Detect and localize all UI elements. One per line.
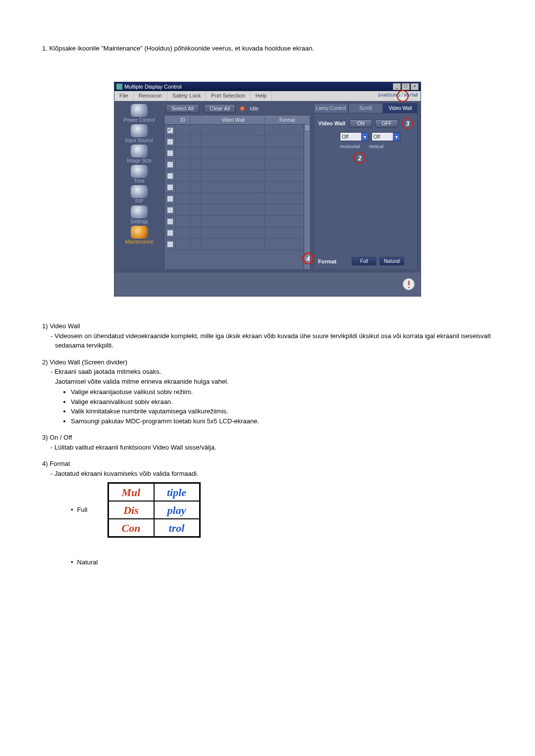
table-scrollbar[interactable] (304, 124, 310, 269)
item2-bullet2: Valige ekraanivalikust sobiv ekraan. (71, 397, 493, 407)
table-row[interactable] (164, 125, 310, 136)
item1-heading: 1) Video Wall (42, 321, 493, 331)
item2-text2: Jaotamisel võite valida mitme erineva ek… (42, 377, 493, 387)
callout-1: 1 (397, 90, 409, 102)
maintenance-icon (131, 226, 148, 239)
tab-video-wall[interactable]: Video Wall (383, 103, 418, 113)
video-wall-label: Video Wall (318, 120, 346, 126)
row-checkbox[interactable] (167, 241, 173, 248)
horizontal-label: Horizontal (340, 144, 360, 149)
menu-file[interactable]: File (114, 91, 134, 101)
col-format: Format (265, 117, 310, 123)
row-checkbox[interactable] (167, 127, 173, 134)
callout-3: 3 (402, 117, 413, 129)
item2-bullet4: Samsungi pakutav MDC-programm toetab kun… (71, 416, 493, 426)
app-window: Multiple Display Control _ □ × File Remo… (114, 82, 421, 297)
format-natural-button[interactable]: Natural (379, 257, 404, 265)
row-checkbox[interactable] (167, 161, 173, 168)
menubar: File Remocon Safety Lock Port Selection … (114, 91, 421, 101)
sidebar-item-power-control[interactable]: Power Control (117, 104, 161, 123)
callout-2: 2 (354, 152, 366, 164)
scroll-up-icon[interactable] (304, 124, 310, 131)
menu-port-selection[interactable]: Port Selection (206, 91, 250, 101)
horizontal-select[interactable]: Off▾ (340, 132, 369, 141)
col-id: ID (176, 117, 190, 123)
menu-remocon[interactable]: Remocon (134, 91, 167, 101)
row-checkbox[interactable] (167, 139, 173, 145)
clear-all-button[interactable]: Clear All (204, 104, 235, 113)
table-row[interactable] (164, 148, 310, 159)
alert-icon (403, 278, 415, 290)
chevron-down-icon: ▾ (393, 133, 400, 141)
tab-lamp-control[interactable]: Lamp Control (314, 103, 348, 113)
idle-indicator-icon (240, 106, 245, 111)
table-row[interactable] (164, 204, 310, 216)
table-row[interactable] (164, 159, 310, 170)
chevron-down-icon: ▾ (361, 133, 368, 141)
table-row[interactable] (164, 136, 310, 148)
sidebar-item-time[interactable]: Time (117, 165, 161, 184)
row-checkbox[interactable] (167, 184, 173, 191)
format-label: Format (318, 258, 349, 264)
close-button[interactable]: × (411, 83, 419, 90)
sidebar-item-image-size[interactable]: Image Size (117, 145, 161, 163)
item3-text: - Lülitab valitud ekraanil funktsiooni V… (42, 443, 493, 453)
settings-icon (131, 205, 148, 218)
video-wall-off-button[interactable]: OFF (375, 119, 398, 128)
item4-text: - Jaotatud ekraani kuvamiseks võib valid… (42, 469, 493, 479)
app-icon (116, 84, 122, 90)
video-wall-on-button[interactable]: ON (349, 119, 372, 128)
row-checkbox[interactable] (167, 196, 173, 202)
item2-bullet3: Valik kinnitatakse numbrile vajutamisega… (71, 406, 493, 416)
item3-heading: 3) On / Off (42, 433, 493, 443)
table-row[interactable] (164, 216, 310, 227)
display-table: ID Video Wall Format (164, 115, 311, 270)
explanation-section: 1) Video Wall - Videosein on ühendatud v… (42, 321, 493, 567)
table-row[interactable] (164, 182, 310, 193)
intro-text: 1. Klõpsake ikoonile "Maintenance" (Hool… (42, 45, 493, 52)
col-video-wall: Video Wall (202, 117, 265, 123)
table-row[interactable] (164, 170, 310, 182)
format-full-button[interactable]: Full (352, 257, 376, 265)
statusbar (114, 272, 421, 296)
row-checkbox[interactable] (167, 207, 173, 213)
sidebar: Power Control Input Source Image Size Ti… (114, 101, 164, 272)
sidebar-item-input-source[interactable]: Input Source (117, 124, 161, 143)
time-icon (131, 165, 148, 178)
row-checkbox[interactable] (167, 218, 173, 225)
item2-heading: 2) Video Wall (Screen divider) (42, 357, 493, 367)
sidebar-item-settings[interactable]: Settings (117, 205, 161, 224)
item2-bullet1: Valige ekraanijaotuse valikust sobiv rež… (71, 387, 493, 397)
callout-4: 4 (303, 252, 313, 264)
table-row[interactable] (164, 227, 310, 239)
sidebar-item-pip[interactable]: PIP (117, 185, 161, 204)
tab-scroll[interactable]: Scroll (348, 103, 383, 113)
format-full-diagram: Multiple Display Control (107, 482, 201, 538)
row-checkbox[interactable] (167, 230, 173, 236)
select-all-button[interactable]: Select All (166, 104, 199, 113)
titlebar: Multiple Display Control _ □ × (114, 82, 421, 91)
row-checkbox[interactable] (167, 173, 173, 179)
idle-label: Idle (250, 105, 259, 111)
pip-icon (131, 185, 148, 198)
item2-text1: - Ekraani saab jaotada mitmeks osaks. (42, 367, 493, 377)
item4-heading: 4) Format (42, 459, 493, 469)
minimize-button[interactable]: _ (393, 83, 401, 90)
menu-safety-lock[interactable]: Safety Lock (167, 91, 206, 101)
table-row[interactable] (164, 193, 310, 204)
row-checkbox[interactable] (167, 150, 173, 156)
app-title: Multiple Display Control (124, 84, 393, 90)
image-size-icon (131, 145, 148, 157)
power-icon (131, 104, 148, 117)
menu-help[interactable]: Help (251, 91, 272, 101)
sidebar-item-maintenance[interactable]: Maintenance (117, 226, 161, 245)
item1-text: - Videosein on ühendatud videoekraanide … (42, 331, 493, 351)
vertical-label: Vertical (369, 144, 384, 149)
right-panel: 1 Lamp Control Scroll Video Wall Video W… (314, 103, 418, 270)
maximize-button[interactable]: □ (402, 83, 410, 90)
format-full-label: Full (71, 505, 88, 515)
input-source-icon (131, 124, 148, 137)
format-natural-label: Natural (71, 558, 98, 566)
vertical-select[interactable]: Off▾ (372, 132, 400, 141)
table-row[interactable] (164, 239, 310, 250)
